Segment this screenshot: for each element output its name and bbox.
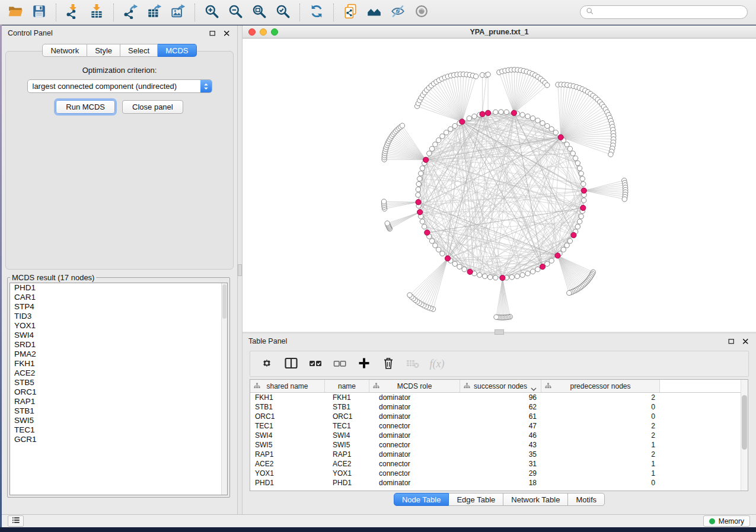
show-columns-button[interactable] <box>283 356 299 371</box>
deselect-all-rows-button[interactable] <box>332 356 347 371</box>
close-window-icon[interactable] <box>248 28 256 36</box>
network-view-window: YPA_prune.txt_1 <box>243 25 756 332</box>
export-image-button[interactable] <box>168 3 187 22</box>
table-cell: SWI4 <box>325 431 369 440</box>
deselect-all-rows-icon <box>333 356 347 372</box>
memory-label: Memory <box>719 517 744 525</box>
vertical-splitter[interactable] <box>237 25 243 514</box>
mcds-result-item[interactable]: FKH1 <box>10 359 227 368</box>
network-window-title: YPA_prune.txt_1 <box>470 28 528 36</box>
float-window-icon[interactable] <box>726 336 736 346</box>
column-header-shared-name[interactable]: shared name <box>250 380 325 392</box>
memory-button[interactable]: Memory <box>703 515 750 527</box>
table-cell: 2 <box>541 393 660 402</box>
table-row[interactable]: YOX1YOX1connector291 <box>250 469 741 478</box>
select-all-rows-icon <box>308 356 323 372</box>
zoom-selected-button[interactable] <box>273 3 292 22</box>
column-header-predecessor-nodes[interactable]: predecessor nodes <box>541 380 660 392</box>
run-mcds-button[interactable]: Run MCDS <box>56 100 115 114</box>
import-network-button[interactable] <box>63 3 82 22</box>
column-header-name[interactable]: name <box>325 380 369 392</box>
tab-network-table[interactable]: Network Table <box>503 493 568 506</box>
panel-menu-button[interactable] <box>8 515 24 527</box>
maximize-window-icon[interactable] <box>271 28 278 36</box>
node-table: shared namenameMCDS rolesuccessor nodesp… <box>250 379 748 491</box>
table-row[interactable]: SWI4SWI4dominator462 <box>250 431 741 440</box>
mcds-result-item[interactable]: SRD1 <box>10 340 227 350</box>
tab-select[interactable]: Select <box>120 44 158 57</box>
mcds-result-item[interactable]: PHD1 <box>10 283 227 293</box>
mcds-result-item[interactable]: CAR1 <box>10 293 227 302</box>
mcds-result-item[interactable]: GCR1 <box>10 435 227 444</box>
select-all-rows-button[interactable] <box>308 356 323 371</box>
mcds-result-item[interactable]: ACE2 <box>10 368 227 378</box>
mcds-result-item[interactable]: ORC1 <box>10 387 227 397</box>
mcds-result-item[interactable]: SWI4 <box>10 331 227 340</box>
open-folder-button[interactable] <box>6 3 25 22</box>
table-scrollbar[interactable] <box>741 380 748 491</box>
table-row[interactable]: PHD1PHD1dominator180 <box>250 478 741 488</box>
import-table-icon <box>89 4 104 21</box>
mcds-result-item[interactable]: TEC1 <box>10 425 227 435</box>
control-panel-tabs: NetworkStyleSelectMCDS <box>2 44 237 57</box>
zoom-in-button[interactable] <box>202 3 221 22</box>
tab-node-table[interactable]: Node Table <box>394 493 449 506</box>
status-bar: Memory <box>2 514 756 527</box>
table-row[interactable]: TEC1TEC1connector472 <box>250 421 741 431</box>
mcds-result-item[interactable]: STB5 <box>10 378 227 387</box>
add-column-button[interactable] <box>356 356 372 371</box>
horizontal-splitter[interactable] <box>243 332 756 334</box>
horizontal-splitter-handle[interactable] <box>495 329 504 335</box>
tab-network[interactable]: Network <box>42 44 87 57</box>
search-input[interactable] <box>597 7 747 18</box>
minimize-window-icon[interactable] <box>260 28 267 36</box>
mcds-result-item[interactable]: YOX1 <box>10 321 227 331</box>
column-header-mcds-role[interactable]: MCDS role <box>369 380 460 392</box>
mcds-list-scrollbar[interactable] <box>221 283 227 495</box>
mcds-result-item[interactable]: TID3 <box>10 312 227 321</box>
table-settings-button[interactable] <box>259 356 275 371</box>
column-header-successor-nodes[interactable]: successor nodes <box>460 380 541 392</box>
table-scrollbar-thumb[interactable] <box>742 395 747 450</box>
network-graph[interactable] <box>243 39 756 332</box>
tab-mcds[interactable]: MCDS <box>158 44 196 57</box>
hide-graphics-details-button[interactable] <box>388 3 407 22</box>
eye-button[interactable] <box>412 3 431 22</box>
mcds-result-item[interactable]: RAP1 <box>10 397 227 406</box>
export-table-button[interactable] <box>145 3 164 22</box>
table-row[interactable]: FKH1FKH1dominator962 <box>250 393 741 402</box>
export-network-button[interactable] <box>121 3 140 22</box>
table-row[interactable]: ORC1ORC1dominator610 <box>250 412 741 421</box>
mcds-result-item[interactable]: PMA2 <box>10 350 227 359</box>
table-cell: STB1 <box>325 403 369 411</box>
table-row[interactable]: SWI5SWI5connector431 <box>250 440 741 450</box>
network-share-button[interactable] <box>341 3 360 22</box>
table-row[interactable]: ACE2ACE2connector311 <box>250 459 741 469</box>
tab-motifs[interactable]: Motifs <box>568 493 605 506</box>
close-panel-icon[interactable] <box>741 336 750 346</box>
mcds-result-item[interactable]: SWI5 <box>10 416 227 425</box>
tab-edge-table[interactable]: Edge Table <box>449 493 503 506</box>
zoom-out-button[interactable] <box>226 3 245 22</box>
refresh-layout-button[interactable] <box>307 3 326 22</box>
search-box[interactable] <box>580 5 748 19</box>
criterion-dropdown[interactable]: largest connected component (undirected) <box>27 79 212 93</box>
delete-columns-button[interactable] <box>381 356 396 371</box>
float-window-icon[interactable] <box>208 28 217 38</box>
network-canvas[interactable] <box>243 39 756 332</box>
network-window-titlebar[interactable]: YPA_prune.txt_1 <box>243 25 756 39</box>
close-panel-icon[interactable] <box>222 28 231 38</box>
close-panel-button[interactable]: Close panel <box>122 100 183 114</box>
table-row[interactable]: RAP1RAP1dominator352 <box>250 450 741 459</box>
table-row[interactable]: STB1STB1dominator620 <box>250 402 741 412</box>
save-session-button[interactable] <box>30 3 49 22</box>
zoom-fit-button[interactable] <box>250 3 269 22</box>
binoculars-button[interactable] <box>365 3 384 22</box>
tab-style[interactable]: Style <box>87 44 120 57</box>
mcds-result-item[interactable]: STB1 <box>10 406 227 416</box>
vertical-splitter-handle[interactable] <box>238 264 242 276</box>
import-table-button[interactable] <box>87 3 106 22</box>
table-settings-icon <box>260 356 274 372</box>
mcds-result-item[interactable]: STP4 <box>10 302 227 312</box>
table-cell: SWI5 <box>325 441 369 449</box>
